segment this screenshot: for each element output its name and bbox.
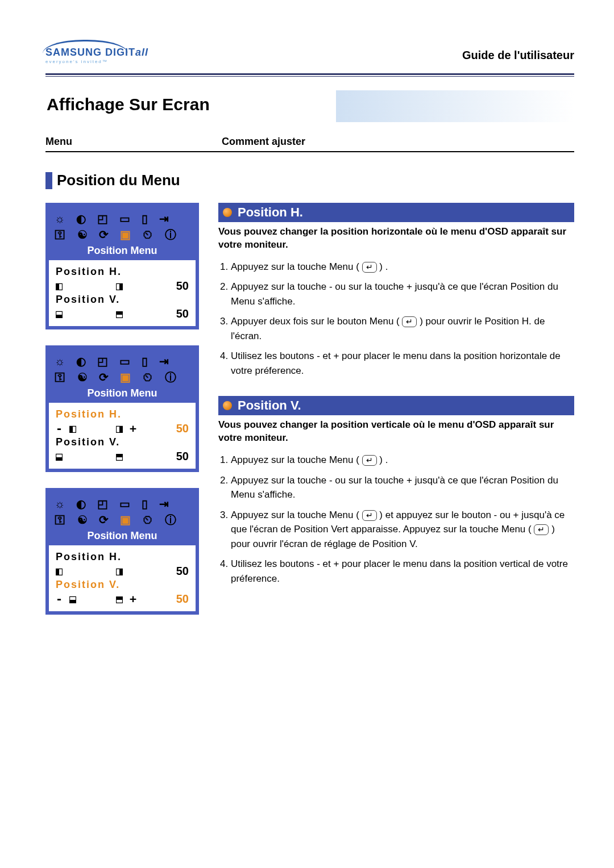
- header-rule-thin: [45, 76, 574, 77]
- page-title: Affichage Sur Ecran: [45, 95, 574, 114]
- right-column: Position H. Vous pouvez changer la posit…: [218, 203, 574, 615]
- expand-icon: ⇥: [159, 211, 173, 227]
- step-3: Appuyez sur la touche Menu ( ↵ ) et appu…: [231, 508, 574, 552]
- col-header-menu: Menu: [45, 136, 222, 148]
- content-columns: ☼ ◐ ◰ ▭ ▯ ⇥ ⚿ ☯ ⟳ ▣ ⏲ ⓘ Position Menu: [45, 203, 574, 615]
- move-left-icon: ◧: [56, 279, 63, 293]
- osd-screenshot-1: ☼ ◐ ◰ ▭ ▯ ⇥ ⚿ ☯ ⟳ ▣ ⏲ ⓘ Position Menu: [45, 203, 199, 329]
- step-1: Appuyez sur la touche Menu ( ↵ ) .: [231, 453, 574, 468]
- osd-v-value: 50: [176, 450, 189, 463]
- osd-h-value-active: 50: [176, 422, 189, 435]
- section-title-bar: [45, 172, 52, 189]
- osd-body: Position H. ◧ ◨ 50 Position V. - ⬓ ⬒ + 5…: [49, 545, 196, 611]
- contrast-icon: ◐: [76, 211, 90, 227]
- osd-icon-grid: ☼ ◐ ◰ ▭ ▯ ⇥ ⚿ ☯ ⟳ ▣ ⏲ ⓘ: [49, 491, 196, 529]
- position-h-steps: Appuyez sur la touche Menu ( ↵ ) . Appuy…: [218, 260, 574, 378]
- trapezoid-icon: ◰: [97, 353, 113, 369]
- trapezoid-icon: ◰: [97, 496, 113, 512]
- osd-title: Position Menu: [49, 386, 196, 403]
- osd-body: Position H. - ◧ ◨ + 50 Position V. ⬓ ⬒ 5…: [49, 403, 196, 469]
- step-text: ) .: [377, 261, 388, 272]
- lock-icon: ⚿: [55, 227, 70, 243]
- step-1: Appuyez sur la touche Menu ( ↵ ) .: [231, 260, 574, 274]
- bullet-icon: [223, 208, 232, 217]
- osd-row-v-vals: ⬓ ⬒ 50: [56, 307, 189, 320]
- move-down-icon: ⬓: [56, 307, 63, 320]
- step-2: Appuyez sur la touche - ou sur la touche…: [231, 279, 574, 308]
- section-title: Position du Menu: [45, 172, 574, 189]
- osd-v-value: 50: [176, 307, 189, 320]
- vpos-icon: ▯: [142, 496, 152, 512]
- step-text: Appuyez sur la touche Menu (: [231, 261, 362, 272]
- position-v-steps: Appuyez sur la touche Menu ( ↵ ) . Appuy…: [218, 453, 574, 586]
- osd-v-value-active: 50: [176, 592, 189, 606]
- move-up-icon: ⬒: [116, 449, 123, 463]
- header-rule-thick: [45, 73, 574, 75]
- osd-row-h-vals: ◧ ◨ 50: [56, 279, 189, 293]
- left-column: ☼ ◐ ◰ ▭ ▯ ⇥ ⚿ ☯ ⟳ ▣ ⏲ ⓘ Position Menu: [45, 203, 205, 615]
- osd-title: Position Menu: [49, 244, 196, 260]
- menu-key-icon: ↵: [362, 510, 377, 521]
- logo-text: SAMSUNG DIGITall: [45, 47, 148, 59]
- section-title-text: Position du Menu: [57, 172, 180, 189]
- logo-suffix-italic: all: [135, 47, 148, 58]
- title-band: Affichage Sur Ecran: [45, 90, 574, 122]
- move-up-plus-icon: ⬒ +: [116, 592, 136, 606]
- subsection-position-v: Position V.: [218, 396, 574, 415]
- info-icon: ⓘ: [165, 369, 181, 385]
- menu-key-icon: ↵: [362, 455, 377, 466]
- osd-body: Position H. ◧ ◨ 50 Position V. ⬓ ⬒ 50: [49, 260, 196, 326]
- logo-suffix: DIGIT: [102, 47, 135, 58]
- brand-logo: SAMSUNG DIGITall everyone's invited™: [45, 40, 148, 64]
- contrast-icon: ◐: [76, 496, 90, 512]
- step-text: Appuyer deux fois sur le bouton Menu (: [231, 316, 402, 327]
- timer-icon: ⏲: [142, 369, 158, 385]
- position-v-description: Vous pouvez changer la position vertical…: [218, 419, 574, 445]
- step-2: Appuyez sur la touche - ou sur la touche…: [231, 473, 574, 502]
- vpos-icon: ▯: [142, 353, 152, 369]
- col-header-adjust: Comment ajuster: [222, 136, 305, 148]
- hpos-icon: ▭: [119, 211, 135, 227]
- step-text: Appuyez sur la touche Menu (: [231, 454, 362, 465]
- osd-row-h-vals: ◧ ◨ 50: [56, 564, 189, 578]
- osd-icon-grid: ☼ ◐ ◰ ▭ ▯ ⇥ ⚿ ☯ ⟳ ▣ ⏲ ⓘ: [49, 206, 196, 244]
- info-icon: ⓘ: [165, 512, 181, 528]
- move-down-icon: ⬓: [56, 449, 63, 463]
- menu-position-icon: ▣: [120, 369, 135, 385]
- osd-row-v-label: Position V.: [56, 436, 189, 448]
- header-subtitle: Guide de l'utilisateur: [462, 49, 574, 64]
- brightness-icon: ☼: [55, 496, 69, 512]
- hpos-icon: ▭: [119, 353, 135, 369]
- logo-tagline: everyone's invited™: [45, 59, 148, 64]
- brightness-icon: ☼: [55, 211, 69, 227]
- move-right-icon: ◨: [116, 564, 123, 578]
- subsection-title-h: Position H.: [238, 205, 303, 220]
- osd-row-h-label: Position H.: [56, 551, 189, 563]
- vpos-icon: ▯: [142, 211, 152, 227]
- osd-row-h-vals: - ◧ ◨ + 50: [56, 422, 189, 435]
- lock-icon: ⚿: [55, 512, 70, 528]
- trapezoid-icon: ◰: [97, 211, 113, 227]
- hpos-icon: ▭: [119, 496, 135, 512]
- move-up-icon: ⬒: [116, 307, 123, 320]
- logo-brand: SAMSUNG: [45, 47, 102, 58]
- osd-row-h-label: Position H.: [56, 266, 189, 278]
- lock-icon: ⚿: [55, 369, 70, 385]
- columns-rule: [45, 151, 574, 152]
- menu-position-icon: ▣: [120, 512, 135, 528]
- step-4: Utilisez les boutons - et + pour placer …: [231, 557, 574, 586]
- step-text: ) .: [377, 454, 388, 465]
- osd-h-value: 50: [176, 279, 189, 293]
- step-4: Utilisez les boutons - et + pour placer …: [231, 349, 574, 378]
- timer-icon: ⏲: [142, 512, 158, 528]
- menu-key-icon: ↵: [362, 262, 377, 273]
- step-3: Appuyer deux fois sur le bouton Menu ( ↵…: [231, 314, 574, 343]
- osd-h-value: 50: [176, 565, 189, 578]
- move-left-icon: ◧: [56, 564, 63, 578]
- recall-icon: ⟳: [99, 227, 113, 243]
- expand-icon: ⇥: [159, 353, 173, 369]
- timer-icon: ⏲: [142, 227, 158, 243]
- step-text: Appuyez sur la touche Menu (: [231, 510, 362, 520]
- minus-move-left-icon: - ◧: [56, 422, 76, 435]
- color-icon: ☯: [77, 369, 92, 385]
